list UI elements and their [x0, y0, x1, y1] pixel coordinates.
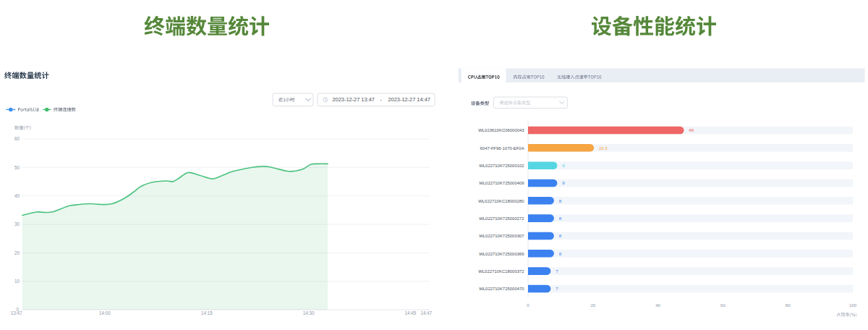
svg-text:6047-FF96-1070-EF0A: 6047-FF96-1070-EF0A: [480, 146, 524, 151]
svg-text:40: 40: [655, 302, 660, 308]
svg-text:30: 30: [14, 221, 20, 227]
svg-text:WL022710K725000409: WL022710K725000409: [479, 181, 524, 185]
svg-text:50: 50: [14, 165, 20, 170]
svg-text:48: 48: [689, 127, 694, 132]
svg-text:10: 10: [14, 279, 20, 284]
svg-text:14:45: 14:45: [405, 310, 417, 316]
svg-text:WL022710KC18000372: WL022710KC18000372: [478, 269, 524, 274]
svg-text:20: 20: [590, 302, 595, 308]
svg-text:WL023610KC06000043: WL023610KC06000043: [478, 128, 524, 132]
svg-text:20.3: 20.3: [599, 145, 608, 151]
svg-text:WL022710K725000470: WL022710K725000470: [479, 287, 524, 291]
svg-text:13:47: 13:47: [11, 310, 22, 316]
svg-text:WL022710K725000307: WL022710K725000307: [479, 234, 524, 238]
svg-text:WL022710K725000369: WL022710K725000369: [479, 252, 524, 256]
svg-text:2023-12-27 13:47: 2023-12-27 13:47: [333, 96, 375, 103]
svg-text:40: 40: [14, 193, 20, 198]
svg-text:0: 0: [527, 302, 529, 308]
svg-text:14:00: 14:00: [99, 310, 111, 316]
svg-text:WL022710K725000102: WL022710K725000102: [479, 164, 524, 168]
svg-text:14:15: 14:15: [201, 310, 213, 316]
svg-text:60: 60: [720, 302, 726, 308]
svg-text:2023-12-27 14:47: 2023-12-27 14:47: [388, 96, 430, 103]
svg-text:80: 80: [786, 302, 791, 308]
svg-text:100: 100: [849, 302, 857, 308]
svg-text:20: 20: [14, 250, 20, 255]
svg-text:14:47: 14:47: [421, 310, 433, 316]
svg-text:60: 60: [14, 136, 20, 141]
svg-text:WL022710K725000272: WL022710K725000272: [479, 216, 524, 221]
svg-text:14:30: 14:30: [303, 310, 315, 316]
svg-text:WL022710KC18000280: WL022710KC18000280: [478, 199, 524, 203]
